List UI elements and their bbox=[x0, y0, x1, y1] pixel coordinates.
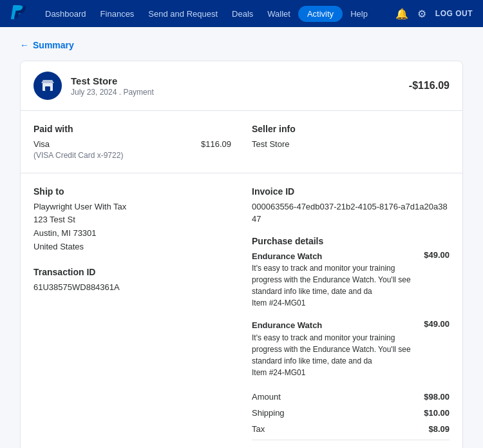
shipping-row: Shipping $10.00 bbox=[252, 405, 450, 421]
nav-help[interactable]: Help bbox=[344, 5, 374, 23]
item-2-number: Item #24-MG01 bbox=[252, 367, 413, 378]
item-2-price: $49.00 bbox=[424, 319, 450, 329]
ship-to-country: United States bbox=[33, 240, 231, 254]
nav-finances[interactable]: Finances bbox=[94, 5, 141, 23]
navigation: Dashboard Finances Send and Request Deal… bbox=[0, 0, 483, 27]
nav-send-request[interactable]: Send and Request bbox=[142, 5, 224, 23]
purchase-item-1-desc: Endurance Watch It's easy to track and m… bbox=[252, 250, 424, 309]
ship-to-address: Playwright User With Tax 123 Test St Aus… bbox=[33, 200, 231, 254]
paid-with-title: Paid with bbox=[33, 124, 231, 134]
tax-value: $8.09 bbox=[428, 424, 450, 434]
logout-button[interactable]: LOG OUT bbox=[435, 9, 473, 18]
seller-name: Test Store bbox=[252, 138, 450, 151]
paypal-logo bbox=[10, 5, 26, 23]
total-row: Total $116.09 bbox=[252, 440, 450, 449]
card-body-row2: Ship to Playwright User With Tax 123 Tes… bbox=[21, 173, 462, 389]
seller-info-section: Seller info Test Store bbox=[252, 124, 450, 173]
store-details: Test Store July 23, 2024 . Payment bbox=[71, 75, 154, 97]
card-header: Test Store July 23, 2024 . Payment -$116… bbox=[21, 61, 462, 111]
nav-wallet[interactable]: Wallet bbox=[261, 5, 297, 23]
shipping-label: Shipping bbox=[252, 408, 285, 418]
paid-with-row: Visa (VISA Credit Card x-9722) $116.09 bbox=[33, 138, 231, 160]
nav-links: Dashboard Finances Send and Request Deal… bbox=[39, 5, 395, 23]
purchase-details-title: Purchase details bbox=[252, 236, 450, 246]
shipping-value: $10.00 bbox=[424, 408, 450, 418]
back-arrow-icon: ← bbox=[20, 40, 29, 50]
amount-value: $98.00 bbox=[424, 392, 450, 402]
settings-icon[interactable]: ⚙ bbox=[417, 8, 426, 20]
item-1-name: Endurance Watch bbox=[252, 250, 413, 263]
transaction-id-section: Transaction ID 61U38575WD884361A bbox=[33, 267, 231, 294]
purchase-details-section: Purchase details Endurance Watch It's ea… bbox=[252, 236, 450, 378]
item-1-number: Item #24-MG01 bbox=[252, 297, 413, 309]
ship-to-name: Playwright User With Tax bbox=[33, 200, 231, 214]
payment-amount: $116.09 bbox=[201, 138, 231, 151]
invoice-section: Invoice ID 000063556-47edb037-21b2-4105-… bbox=[252, 186, 450, 226]
amount-row: Amount $98.00 bbox=[252, 389, 450, 405]
store-info: Test Store July 23, 2024 . Payment bbox=[33, 72, 154, 100]
ship-to-title: Ship to bbox=[33, 186, 231, 197]
main-container: ← Summary Test Store July 23, 2024 bbox=[10, 27, 473, 448]
payment-card: (VISA Credit Card x-9722) bbox=[33, 151, 123, 160]
paid-with-section: Paid with Visa (VISA Credit Card x-9722)… bbox=[33, 124, 231, 173]
ship-to-section: Ship to Playwright User With Tax 123 Tes… bbox=[33, 186, 231, 254]
store-date-type: July 23, 2024 . Payment bbox=[71, 88, 154, 97]
nav-deals[interactable]: Deals bbox=[225, 5, 260, 23]
store-icon bbox=[33, 72, 62, 100]
invoice-id: 000063556-47edb037-21b2-4105-8176-a7d1a2… bbox=[252, 200, 450, 226]
payment-method: Visa (VISA Credit Card x-9722) bbox=[33, 138, 123, 160]
ship-to-address1: 123 Test St bbox=[33, 213, 231, 227]
transaction-amount: -$116.09 bbox=[409, 80, 450, 92]
tax-row: Tax $8.09 bbox=[252, 421, 450, 437]
purchase-item-2-desc: Endurance Watch It's easy to track and m… bbox=[252, 319, 424, 378]
nav-right: 🔔 ⚙ LOG OUT bbox=[395, 8, 473, 20]
notification-icon[interactable]: 🔔 bbox=[395, 8, 408, 20]
seller-info-title: Seller info bbox=[252, 124, 450, 134]
tax-label: Tax bbox=[252, 424, 265, 434]
store-name: Test Store bbox=[71, 75, 154, 86]
back-link[interactable]: ← Summary bbox=[20, 40, 463, 50]
left-sections: Ship to Playwright User With Tax 123 Tes… bbox=[33, 186, 231, 389]
invoice-title: Invoice ID bbox=[252, 186, 450, 197]
item-2-name: Endurance Watch bbox=[252, 319, 413, 332]
transaction-id-title: Transaction ID bbox=[33, 267, 231, 277]
transaction-id: 61U38575WD884361A bbox=[33, 281, 231, 294]
card-body-row1: Paid with Visa (VISA Credit Card x-9722)… bbox=[21, 111, 462, 173]
ship-to-city: Austin, MI 73301 bbox=[33, 227, 231, 240]
purchase-item-2: Endurance Watch It's easy to track and m… bbox=[252, 319, 450, 378]
payment-method-name: Visa bbox=[33, 138, 123, 151]
item-2-description: It's easy to track and monitor your trai… bbox=[252, 332, 413, 367]
item-1-description: It's easy to track and monitor your trai… bbox=[252, 262, 413, 297]
item-1-price: $49.00 bbox=[424, 250, 450, 260]
transaction-card: Test Store July 23, 2024 . Payment -$116… bbox=[20, 61, 463, 448]
amount-label: Amount bbox=[252, 392, 281, 402]
purchase-item-1: Endurance Watch It's easy to track and m… bbox=[252, 250, 450, 309]
svg-rect-1 bbox=[45, 86, 50, 91]
back-label: Summary bbox=[33, 40, 74, 50]
nav-dashboard[interactable]: Dashboard bbox=[39, 5, 93, 23]
right-sections: Invoice ID 000063556-47edb037-21b2-4105-… bbox=[252, 186, 450, 389]
nav-activity[interactable]: Activity bbox=[298, 6, 343, 22]
totals-section: Amount $98.00 Shipping $10.00 Tax $8.09 … bbox=[21, 389, 462, 449]
